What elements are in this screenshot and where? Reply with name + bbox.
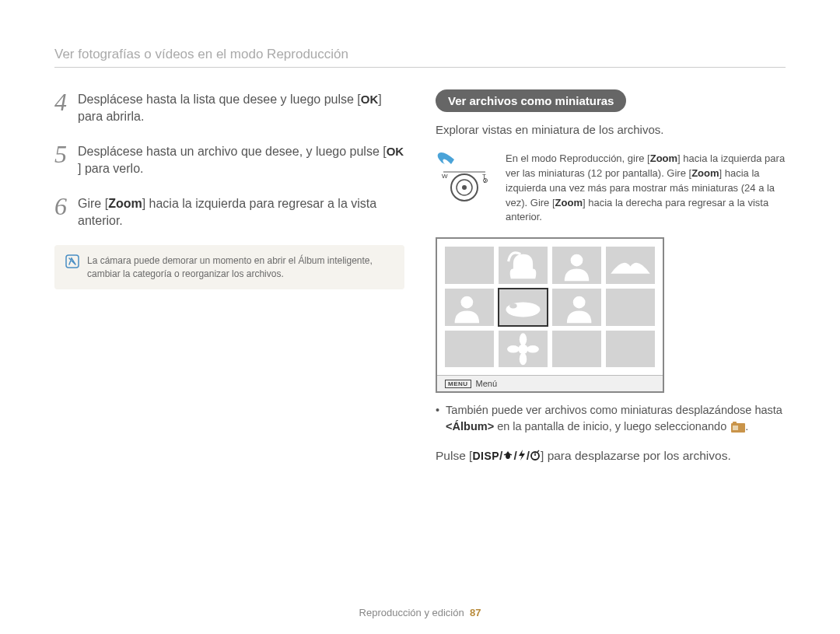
album-label: <Álbum>: [446, 420, 494, 433]
section-subtext: Explorar vistas en miniatura de los arch…: [436, 121, 786, 138]
bullet-note: • También puede ver archivos como miniat…: [436, 402, 786, 435]
thumbnail-cell: [552, 331, 601, 368]
step-text-after: ] para verlo.: [78, 162, 143, 175]
svg-rect-19: [733, 422, 737, 424]
thumbnail-cell: [445, 289, 494, 326]
svg-point-12: [573, 296, 586, 309]
step-text-before: Gire [: [78, 197, 108, 210]
timer-icon: [530, 450, 541, 464]
step-4: 4 Desplácese hasta la lista que desee y …: [54, 89, 404, 126]
zoom-label: Zoom: [691, 167, 719, 179]
step-text: Desplácese hasta un archivo que desee, y…: [78, 142, 404, 178]
album-icon: [731, 422, 745, 433]
footer-label: Reproducción y edición: [359, 607, 464, 618]
svg-point-17: [527, 345, 539, 352]
right-column: Ver archivos como miniaturas Explorar vi…: [436, 89, 786, 464]
menu-bar: MENU Menú: [437, 375, 663, 391]
note-icon: [65, 254, 79, 268]
page-footer: Reproducción y edición 87: [0, 607, 840, 618]
step-6: 6 Gire [Zoom] hacia la izquierda para re…: [54, 194, 404, 230]
step-text-before: Desplácese hasta la lista que desee y lu…: [78, 93, 361, 106]
svg-point-6: [462, 185, 467, 190]
thumbnail-cell: [499, 331, 548, 368]
bullet-dot: •: [436, 402, 439, 435]
zoom-label: Zoom: [108, 197, 142, 210]
svg-point-8: [571, 254, 583, 267]
step-text-before: Desplácese hasta un archivo que desee, y…: [78, 145, 387, 158]
final-before: Pulse [: [436, 449, 472, 462]
dial-text-1: En el modo Reproducción, gire [: [506, 152, 650, 164]
dial-text: En el modo Reproducción, gire [Zoom] hac…: [506, 152, 786, 225]
zoom-label: Zoom: [650, 152, 677, 164]
zoom-dial-icon: W T: [436, 152, 493, 225]
svg-point-16: [507, 345, 520, 352]
dial-instruction: W T En el modo Reproducción, gire [Zoom]…: [436, 152, 786, 225]
flash-icon: [517, 450, 527, 464]
step-5: 5 Desplácese hasta un archivo que desee,…: [54, 142, 404, 178]
ok-icon: OK: [387, 143, 404, 159]
svg-point-13: [518, 344, 528, 354]
final-after: ] para desplazarse por los archivos.: [541, 449, 731, 462]
ok-icon: OK: [361, 91, 379, 107]
macro-icon: [502, 450, 513, 464]
svg-text:W: W: [442, 173, 448, 180]
menu-label: Menú: [476, 379, 498, 388]
thumbnail-cell: [606, 331, 655, 368]
page-number: 87: [470, 607, 481, 618]
step-text: Desplácese hasta la lista que desee y lu…: [78, 89, 404, 126]
svg-point-15: [520, 352, 527, 365]
thumbnail-cell: [445, 331, 494, 368]
divider: [54, 67, 786, 68]
step-number: 5: [54, 142, 67, 166]
navigation-instruction: Pulse [DISP///] para desplazarse por los…: [436, 449, 786, 464]
svg-point-14: [520, 333, 527, 345]
bullet-text-3: .: [745, 420, 748, 433]
bullet-text-1: También puede ver archivos como miniatur…: [446, 404, 782, 416]
step-number: 4: [54, 89, 67, 114]
breadcrumb: Ver fotografías o vídeos en el modo Repr…: [54, 47, 786, 62]
thumbnail-cell: [552, 289, 601, 326]
bullet-text-2: en la pantalla de inicio, y luego selecc…: [494, 420, 730, 433]
thumbnail-cell: [552, 247, 601, 284]
section-heading: Ver archivos como miniaturas: [436, 89, 626, 112]
thumbnail-grid: [445, 247, 655, 367]
step-text: Gire [Zoom] hacia la izquierda para regr…: [78, 194, 404, 230]
thumbnail-cell: [499, 247, 548, 284]
svg-point-9: [460, 296, 473, 309]
menu-tag: MENU: [445, 380, 471, 388]
step-number: 6: [54, 194, 67, 219]
disp-label: DISP: [472, 450, 499, 462]
note-text: La cámara puede demorar un momento en ab…: [87, 254, 394, 279]
svg-point-11: [509, 303, 516, 308]
thumbnail-cell-selected: [499, 289, 548, 326]
thumbnail-cell: [606, 247, 655, 284]
note-box: La cámara puede demorar un momento en ab…: [54, 245, 404, 289]
zoom-label: Zoom: [555, 197, 583, 208]
thumbnail-cell: [606, 289, 655, 326]
thumbnail-cell: [445, 247, 494, 284]
left-column: 4 Desplácese hasta la lista que desee y …: [54, 89, 404, 464]
thumbnail-frame: MENU Menú: [436, 237, 664, 393]
svg-rect-20: [733, 426, 738, 430]
